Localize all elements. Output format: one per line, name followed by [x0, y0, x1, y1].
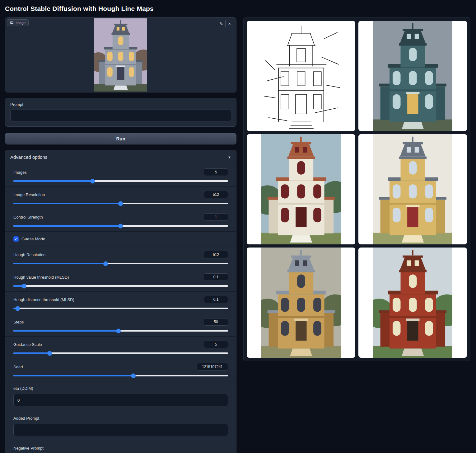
- image-input-label: Image: [16, 21, 26, 25]
- slider-fill: [13, 330, 119, 332]
- slider-value-control-strength[interactable]: 1: [204, 213, 228, 221]
- main-columns: Image ✎ × Prompt Run Advanced options ▼: [5, 17, 471, 453]
- slider-thumb[interactable]: [22, 284, 26, 288]
- guess-mode-checkbox[interactable]: ✓: [13, 236, 19, 242]
- result-image: [261, 248, 341, 358]
- added-prompt-input[interactable]: [13, 424, 228, 436]
- slider-label-hough-value-threshold: Hough value threshold (MLSD): [13, 275, 69, 280]
- slider-label-hough-resolution: Hough Resolution: [13, 252, 45, 257]
- app: Control Stable Diffusion with Hough Line…: [0, 0, 476, 453]
- slider-thumb[interactable]: [131, 373, 136, 378]
- slider-row-steps: Steps 50: [5, 314, 236, 336]
- result-image: [373, 134, 453, 244]
- gallery-item-white-victorian-painting[interactable]: [247, 134, 355, 244]
- added-prompt-row: Added Prompt: [5, 411, 236, 441]
- slider-value-guidance-scale[interactable]: 5: [204, 341, 228, 348]
- gallery-item-teal-victorian-painting[interactable]: [358, 21, 467, 131]
- slider-track-hough-value-threshold[interactable]: [13, 285, 228, 287]
- result-image: [261, 21, 341, 131]
- slider-fill: [13, 352, 50, 354]
- slider-thumb[interactable]: [15, 306, 20, 311]
- result-image: [261, 134, 341, 244]
- slider-value-image-resolution[interactable]: 512: [204, 191, 228, 198]
- slider-fill: [13, 225, 121, 227]
- slider-row-hough-resolution: Hough Resolution 512: [5, 247, 236, 269]
- gallery-item-brick-victorian-painting[interactable]: [358, 248, 467, 358]
- image-icon: [10, 21, 14, 25]
- slider-row-hough-distance-threshold: Hough distance threshold (MLSD) 0.1: [5, 291, 236, 314]
- slider-thumb[interactable]: [118, 201, 123, 206]
- slider-value-hough-value-threshold[interactable]: 0.1: [204, 273, 228, 281]
- advanced-options-panel: Advanced options ▼ Images 5 Image R: [5, 150, 236, 453]
- slider-value-hough-distance-threshold[interactable]: 0.1: [204, 296, 228, 303]
- gallery-item-hough-line-map[interactable]: [247, 21, 355, 131]
- slider-row-images: Images 5: [5, 164, 236, 186]
- image-input-tab: Image: [7, 19, 29, 26]
- slider-row-guidance-scale: Guidance Scale 5: [5, 336, 236, 359]
- slider-track-guidance-scale[interactable]: [13, 352, 228, 354]
- slider-row-hough-value-threshold: Hough value threshold (MLSD) 0.1: [5, 269, 236, 291]
- eta-row: eta (DDIM): [5, 381, 236, 411]
- slider-label-hough-distance-threshold: Hough distance threshold (MLSD): [13, 297, 74, 302]
- accordion-collapse-icon: ▼: [228, 155, 231, 159]
- slider-value-images[interactable]: 5: [204, 168, 228, 176]
- slider-label-image-resolution: Image Resolution: [13, 192, 45, 197]
- result-image: [373, 248, 453, 358]
- clear-image-button[interactable]: ×: [225, 20, 233, 27]
- prompt-input[interactable]: [10, 110, 231, 121]
- slider-label-guidance-scale: Guidance Scale: [13, 342, 42, 347]
- slider-fill: [13, 180, 93, 182]
- gallery-item-gold-victorian-painting[interactable]: [247, 248, 355, 358]
- image-toolbar: ✎ ×: [217, 20, 233, 27]
- slider-track-hough-resolution[interactable]: [13, 263, 228, 264]
- guess-mode-label: Guess Mode: [21, 237, 45, 241]
- page-title: Control Stable Diffusion with Hough Line…: [5, 5, 471, 12]
- slider-value-steps[interactable]: 50: [204, 318, 228, 326]
- slider-thumb[interactable]: [116, 328, 121, 333]
- check-icon: ✓: [15, 237, 17, 241]
- advanced-options-accordion[interactable]: Advanced options ▼: [5, 150, 236, 164]
- slider-label-steps: Steps: [13, 320, 24, 324]
- eta-input[interactable]: [13, 394, 228, 406]
- slider-fill: [13, 263, 106, 264]
- slider-value-hough-resolution[interactable]: 512: [204, 251, 228, 258]
- negative-prompt-row: Negative Prompt: [5, 441, 236, 453]
- slider-track-hough-distance-threshold[interactable]: [13, 308, 228, 309]
- slider-track-steps[interactable]: [13, 330, 228, 332]
- guess-mode-row[interactable]: ✓ Guess Mode: [5, 231, 236, 247]
- slider-label-seed: Seed: [13, 365, 23, 369]
- slider-label-images: Images: [13, 170, 27, 175]
- slider-row-image-resolution: Image Resolution 512: [5, 186, 236, 209]
- run-button[interactable]: Run: [5, 133, 236, 144]
- gallery-item-yellow-victorian-painting[interactable]: [358, 134, 467, 244]
- slider-thumb[interactable]: [90, 179, 95, 183]
- slider-label-control-strength: Control Strength: [13, 215, 43, 219]
- slider-track-control-strength[interactable]: [13, 225, 228, 227]
- negative-prompt-label: Negative Prompt: [13, 446, 44, 451]
- slider-thumb[interactable]: [103, 261, 108, 266]
- controls-column: Image ✎ × Prompt Run Advanced options ▼: [5, 17, 236, 453]
- slider-fill: [13, 375, 133, 376]
- result-image: [373, 21, 453, 131]
- slider-track-seed[interactable]: [13, 375, 228, 376]
- added-prompt-label: Added Prompt: [13, 416, 39, 421]
- slider-fill: [13, 203, 121, 204]
- result-gallery: [243, 17, 470, 361]
- slider-track-image-resolution[interactable]: [13, 203, 228, 204]
- prompt-label: Prompt: [10, 102, 231, 107]
- slider-thumb[interactable]: [47, 351, 52, 356]
- advanced-options-label: Advanced options: [10, 154, 47, 160]
- slider-thumb[interactable]: [118, 224, 123, 228]
- edit-image-button[interactable]: ✎: [217, 20, 225, 27]
- prompt-block: Prompt: [5, 98, 236, 127]
- slider-row-seed: Seed 1215107241: [5, 359, 236, 381]
- input-image[interactable]: [6, 18, 236, 92]
- results-column: [243, 17, 470, 361]
- slider-value-seed[interactable]: 1215107241: [197, 363, 228, 370]
- result-gallery-grid: [247, 21, 467, 358]
- image-input-block[interactable]: Image ✎ ×: [5, 17, 236, 92]
- slider-track-images[interactable]: [13, 180, 228, 182]
- eta-label: eta (DDIM): [13, 386, 33, 391]
- slider-row-control-strength: Control Strength 1: [5, 209, 236, 231]
